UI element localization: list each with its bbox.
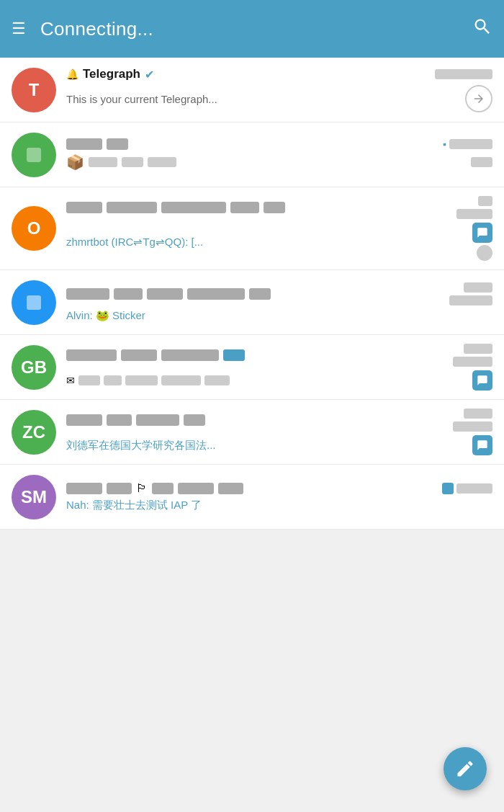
name-blurred-6b: [107, 414, 132, 426]
avatar-4: [12, 280, 56, 325]
avatar-5: GB: [12, 345, 56, 390]
name-blurred-5d: [223, 349, 245, 361]
name-blurred-3e: [264, 202, 285, 213]
top-right-info: [435, 69, 492, 79]
name-blurred-3c: [161, 202, 226, 213]
chat-item-5[interactable]: GB ✉: [0, 335, 504, 400]
name-blurred-1: [66, 138, 102, 150]
name-blurred-2: [107, 138, 128, 150]
unread-dot-7: [442, 483, 454, 494]
name-row-2: [66, 138, 128, 150]
chat-top-row-5: [66, 344, 492, 367]
chat-meta-2: [471, 157, 492, 167]
chat-top-row-3: [66, 196, 492, 219]
preview-blurred-2a: [89, 157, 117, 167]
chat-top-row-6: [66, 409, 492, 432]
chat-content-4: Alvin: 🐸 Sticker: [66, 282, 492, 322]
hamburger-menu-icon[interactable]: ☰: [12, 21, 26, 37]
chat-item-telegraph[interactable]: T 🔔 Telegraph ✔ This is your current Tel…: [0, 58, 504, 122]
chat-list: T 🔔 Telegraph ✔ This is your current Tel…: [0, 58, 504, 530]
date-blurred-3: [456, 209, 492, 219]
time-blurred-5: [464, 344, 492, 354]
avatar-3: O: [12, 206, 56, 251]
name-row-7: 🏳: [66, 482, 243, 495]
chat-item-3[interactable]: O zhmrtbot (IRC⇌Tg⇌QQ): [..​.: [0, 187, 504, 270]
chat-preview-3: zhmrtbot (IRC⇌Tg⇌QQ): [..​.: [66, 236, 467, 249]
name-row-4: [66, 288, 271, 300]
top-right-4: [449, 282, 492, 305]
top-right-3: [456, 196, 492, 219]
chat-content-6: 刘德军在德国大学研究各国法...: [66, 409, 492, 455]
date-blurred-5: [453, 357, 492, 367]
name-blurred-4b: [114, 288, 143, 300]
time-blurred: [435, 69, 492, 79]
name-blurred-6c: [136, 414, 179, 426]
top-right-7: [442, 483, 492, 494]
preview-blurred-5b: [104, 375, 122, 385]
chat-bottom-row-4: Alvin: 🐸 Sticker: [66, 309, 492, 322]
compose-fab[interactable]: [444, 747, 487, 790]
chat-bottom-row-6: 刘德军在德国大学研究各国法...: [66, 435, 492, 455]
chat-top-row-7: 🏳: [66, 482, 492, 495]
chat-name-row: 🔔 Telegraph ✔: [66, 67, 429, 81]
time-blurred-2: [449, 139, 492, 149]
name-blurred-4e: [249, 288, 271, 300]
chat-content-3: zhmrtbot (IRC⇌Tg⇌QQ): [..​.: [66, 196, 492, 261]
name-blurred-5c: [161, 349, 219, 361]
time-blurred-6: [464, 409, 492, 419]
unread-indicator: [472, 223, 492, 243]
pinned-icon-6: [472, 435, 492, 455]
chat-item-6[interactable]: ZC 刘德军在德国大学研究各国法...: [0, 400, 504, 465]
time-blurred-4: [464, 282, 492, 293]
meta-blurred-2: [471, 157, 492, 167]
forward-button[interactable]: [465, 85, 492, 112]
preview-blurred-5a: [78, 375, 100, 385]
chat-top-row-4: [66, 282, 492, 305]
name-blurred-6d: [184, 414, 205, 426]
avatar-7: SM: [12, 475, 56, 519]
name-blurred-7e: [218, 483, 243, 494]
chat-bottom-row: This is your current Telegraph...: [66, 85, 492, 112]
chat-name-telegraph: Telegraph: [83, 67, 140, 81]
chat-item-2[interactable]: ▪ 📦: [0, 122, 504, 187]
name-blurred-7a: [66, 483, 102, 494]
preview-blurred-2b: [122, 157, 143, 167]
name-blurred-4d: [187, 288, 245, 300]
name-blurred-3d: [230, 202, 259, 213]
preview-blurred-2c: [148, 157, 176, 167]
chat-meta-3: [472, 223, 492, 261]
name-blurred-7d: [178, 483, 214, 494]
chat-bottom-row-7: Nah: 需要壮士去测试 IAP 了: [66, 499, 492, 512]
avatar-6: ZC: [12, 410, 56, 455]
chat-bottom-row-5: ✉: [66, 370, 492, 391]
preview-blurred-5d: [161, 375, 201, 385]
chat-content-7: 🏳 Nah: 需要壮士去测试 IAP 了: [66, 482, 492, 512]
chat-preview-6: 刘德军在德国大学研究各国法...: [66, 439, 468, 452]
chat-preview-4: Alvin: 🐸 Sticker: [66, 309, 487, 322]
chat-bottom-row-3: zhmrtbot (IRC⇌Tg⇌QQ): [..​.: [66, 223, 492, 261]
chat-bottom-row-2: 📦: [66, 153, 492, 171]
chat-item-4[interactable]: Alvin: 🐸 Sticker: [0, 270, 504, 335]
name-row-5: [66, 349, 245, 361]
date-blurred-4: [449, 295, 492, 305]
top-right-2: ▪: [443, 138, 492, 150]
chat-top-row-2: ▪: [66, 138, 492, 150]
date-blurred-6: [453, 421, 492, 432]
chat-item-7[interactable]: SM 🏳 Nah: 需要壮士去测: [0, 465, 504, 530]
header-title: Connecting...: [40, 18, 153, 40]
count-badge: [477, 245, 492, 261]
preview-blurred-5c: [125, 375, 158, 385]
name-blurred-3b: [107, 202, 157, 213]
time-blurred-7: [456, 483, 492, 494]
name-blurred-3a: [66, 202, 102, 213]
name-row-3: [66, 202, 285, 213]
name-blurred-5b: [121, 349, 157, 361]
name-blurred-7c: [152, 483, 174, 494]
name-blurred-7b: [107, 483, 132, 494]
avatar-2: [12, 133, 56, 177]
name-row-6: [66, 414, 205, 426]
chat-content-5: ✉: [66, 344, 492, 391]
chat-preview-telegraph: This is your current Telegraph...: [66, 93, 459, 105]
search-icon[interactable]: [472, 17, 492, 42]
pinned-icon: [472, 370, 492, 391]
